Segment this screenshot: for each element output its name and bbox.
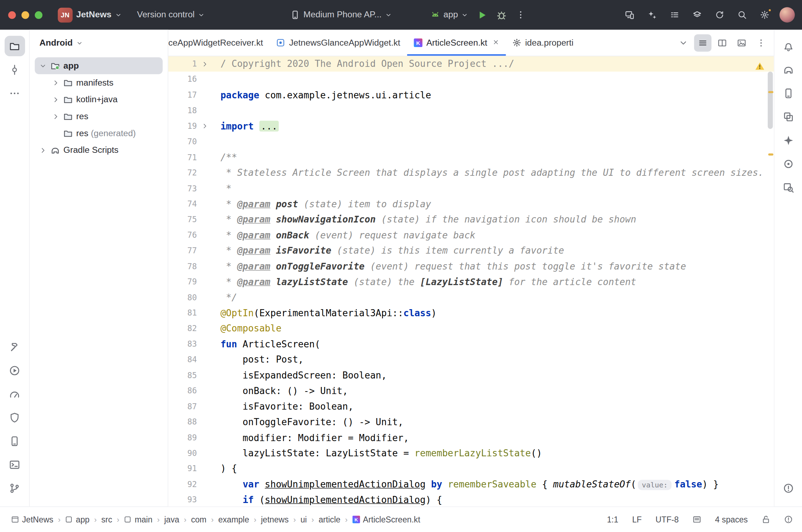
zoom-window-button[interactable] <box>35 11 42 19</box>
tool-button-gemini[interactable] <box>778 130 798 150</box>
device-manager-button[interactable] <box>620 6 639 23</box>
code-line[interactable]: 77 * @param isFavorite (state) is this i… <box>168 243 774 259</box>
tab-idea-properti[interactable]: idea.properti <box>506 30 580 56</box>
tree-item-res[interactable]: res(generated) <box>35 125 163 142</box>
code-line[interactable]: 70 <box>168 134 774 150</box>
indent-setting[interactable]: 4 spaces <box>715 515 748 524</box>
tool-button-device-explorer[interactable] <box>778 106 798 127</box>
project-view-header[interactable]: Android <box>30 30 168 56</box>
code-line[interactable]: 92 var showUnimplementedActionDialog by … <box>168 477 774 492</box>
debug-button[interactable] <box>492 6 511 23</box>
code-line[interactable]: 91) { <box>168 461 774 477</box>
reader-mode-icon[interactable] <box>692 515 701 524</box>
tool-button-project[interactable] <box>4 36 25 56</box>
code-line[interactable]: 88 onToggleFavorite: () -> Unit, <box>168 414 774 430</box>
project-widget[interactable]: JN JetNews <box>54 5 126 25</box>
breadcrumb-item-jetnews[interactable]: jetnews <box>261 515 289 524</box>
breadcrumb-item-src[interactable]: src <box>101 515 112 524</box>
code-line[interactable]: 93 if (showUnimplementedActionDialog) { <box>168 492 774 507</box>
code-line[interactable]: 84 post: Post, <box>168 352 774 368</box>
code-line[interactable]: 86 onBack: () -> Unit, <box>168 383 774 399</box>
tool-button-commit[interactable] <box>4 59 25 80</box>
code-line[interactable]: 83fun ArticleScreen( <box>168 336 774 352</box>
more-run-actions-button[interactable] <box>511 6 531 23</box>
breadcrumb-item-ui[interactable]: ui <box>301 515 307 524</box>
tool-button-layout-inspector[interactable] <box>778 177 798 197</box>
fold-arrow-icon[interactable] <box>197 118 212 134</box>
inspections-status-icon[interactable] <box>784 515 793 524</box>
code-line[interactable]: 89 modifier: Modifier = Modifier, <box>168 430 774 445</box>
tab-articlescreen-kt[interactable]: KArticleScreen.kt <box>407 30 506 56</box>
tool-button-running-devices[interactable] <box>4 431 25 451</box>
tree-item-manifests[interactable]: manifests <box>35 74 163 91</box>
hidden-tabs-button[interactable] <box>675 34 692 51</box>
breadcrumb-item-java[interactable]: java <box>164 515 179 524</box>
vcs-widget[interactable]: Version control <box>133 7 209 22</box>
search-everywhere-button[interactable] <box>732 6 752 23</box>
close-tab-icon[interactable] <box>492 37 499 48</box>
tool-button-notifications[interactable] <box>778 36 798 56</box>
breadcrumb-item-article[interactable]: article <box>319 515 341 524</box>
tree-item-gradle-scripts[interactable]: Gradle Scripts <box>35 142 163 159</box>
task-list-button[interactable] <box>665 6 684 23</box>
settings-button[interactable] <box>755 6 774 23</box>
editor-options-button[interactable] <box>752 34 770 51</box>
scrollbar-thumb[interactable] <box>768 71 773 129</box>
code-line[interactable]: 85 isExpandedScreen: Boolean, <box>168 368 774 383</box>
inspections-warning-icon[interactable] <box>755 62 765 73</box>
close-window-button[interactable] <box>8 11 16 19</box>
chevron-right-icon[interactable] <box>50 96 62 103</box>
tool-button-app-quality-insights[interactable] <box>4 407 25 428</box>
code-line[interactable]: 1/ Copyright 2020 The Android Open Sourc… <box>168 56 774 72</box>
tool-button-terminal[interactable] <box>4 454 25 475</box>
code-line[interactable]: 87 isFavorite: Boolean, <box>168 399 774 414</box>
preview-button[interactable] <box>733 34 750 51</box>
code-line[interactable]: 90 lazyListState: LazyListState = rememb… <box>168 446 774 461</box>
chevron-right-icon[interactable] <box>50 113 62 120</box>
tab-ceappwidgetreceiver-kt[interactable]: ceAppWidgetReceiver.kt <box>168 30 270 56</box>
gradle-sync-button[interactable] <box>710 6 730 23</box>
code-line[interactable]: 78 * @param onToggleFavorite (event) req… <box>168 259 774 274</box>
file-encoding[interactable]: UTF-8 <box>656 515 679 524</box>
code-line[interactable]: 81@OptIn(ExperimentalMaterial3Api::class… <box>168 305 774 321</box>
tree-item-res[interactable]: res <box>35 108 163 125</box>
tool-button-version-control[interactable] <box>4 478 25 498</box>
chevron-right-icon[interactable] <box>50 79 62 86</box>
code-line[interactable]: 74 * @param post (state) item to display <box>168 196 774 212</box>
caret-position[interactable]: 1:1 <box>607 515 618 524</box>
tool-button-device-manager[interactable] <box>778 83 798 103</box>
line-separator[interactable]: LF <box>632 515 642 524</box>
code-line[interactable]: 79 * @param lazyListState (state) the [L… <box>168 274 774 290</box>
code-line[interactable]: 72 * Stateless Article Screen that displ… <box>168 165 774 181</box>
editor-list-button[interactable] <box>694 34 711 51</box>
breadcrumb-item-articlescreen-kt[interactable]: KArticleScreen.kt <box>352 515 420 524</box>
tool-button-gradle[interactable] <box>778 59 798 80</box>
fold-arrow-icon[interactable] <box>197 56 212 72</box>
minimize-window-button[interactable] <box>22 11 29 19</box>
breadcrumb-item-jetnews[interactable]: JetNews <box>11 515 53 524</box>
code-line[interactable]: 18 <box>168 103 774 118</box>
breadcrumb-item-example[interactable]: example <box>218 515 249 524</box>
lock-icon[interactable] <box>762 515 771 524</box>
code-line[interactable]: 82@Composable <box>168 321 774 336</box>
breadcrumb-item-main[interactable]: main <box>124 515 153 524</box>
ai-assistant-button[interactable] <box>643 6 662 23</box>
run-button[interactable] <box>472 6 492 23</box>
code-line[interactable]: 19import ... <box>168 118 774 134</box>
avatar[interactable] <box>779 7 795 22</box>
tool-button-problems[interactable] <box>778 478 798 498</box>
run-configuration-selector[interactable]: app <box>426 7 472 22</box>
code-line[interactable]: 71/** <box>168 150 774 165</box>
editor-scrollbar[interactable] <box>767 56 774 507</box>
tab-jetnewsglanceappwidget-kt[interactable]: JetnewsGlanceAppWidget.kt <box>270 30 407 56</box>
code-line[interactable]: 75 * @param showNavigationIcon (state) i… <box>168 212 774 227</box>
tool-button-run[interactable] <box>4 360 25 381</box>
code-line[interactable]: 76 * @param onBack (event) request navig… <box>168 227 774 243</box>
breadcrumb-item-com[interactable]: com <box>191 515 207 524</box>
device-selector[interactable]: Medium Phone AP... <box>286 7 396 22</box>
code-line[interactable]: 17package com.example.jetnews.ui.article <box>168 87 774 103</box>
breadcrumb-item-app[interactable]: app <box>65 515 89 524</box>
tree-item-kotlin-java[interactable]: kotlin+java <box>35 91 163 108</box>
split-editor-button[interactable] <box>714 34 731 51</box>
tree-item-app[interactable]: app <box>35 57 163 74</box>
